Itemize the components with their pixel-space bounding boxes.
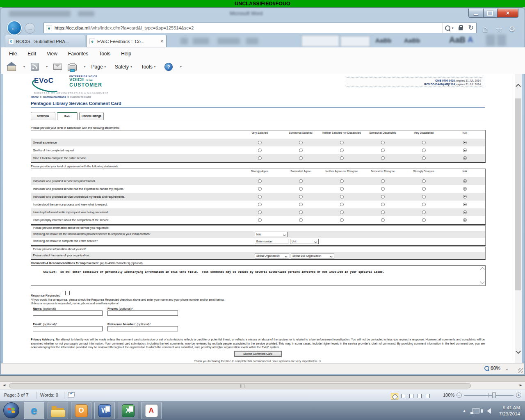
command-item[interactable]: Tools▾ xyxy=(141,64,156,70)
radio-button[interactable] xyxy=(381,156,385,160)
radio-button[interactable] xyxy=(340,187,344,191)
radio-cell[interactable] xyxy=(362,210,403,214)
zoom-out-button[interactable]: − xyxy=(457,393,462,398)
radio-cell[interactable] xyxy=(403,187,444,191)
radio-button[interactable] xyxy=(381,179,385,183)
word-page-indicator[interactable]: Page: 3 of 7 xyxy=(4,393,28,397)
home-toolbar-icon[interactable] xyxy=(7,65,16,71)
radio-cell[interactable] xyxy=(362,218,403,222)
home-icon[interactable]: ⌂ xyxy=(482,24,488,34)
chevron-down-icon[interactable]: ▾ xyxy=(180,65,182,68)
scroll-up-icon[interactable] xyxy=(516,84,521,89)
radio-button[interactable] xyxy=(340,203,344,206)
radio-cell[interactable] xyxy=(321,148,362,152)
taskbar-clock[interactable]: 9:41 AM 7/23/2014 xyxy=(499,405,520,417)
radio-cell[interactable] xyxy=(403,203,444,206)
scroll-up-icon[interactable] xyxy=(480,267,484,272)
radio-cell[interactable] xyxy=(403,148,444,152)
radio-button[interactable] xyxy=(340,218,344,222)
radio-button-selected[interactable] xyxy=(463,218,467,222)
menu-item[interactable]: Help xyxy=(121,51,131,57)
radio-cell[interactable] xyxy=(444,141,485,144)
radio-cell[interactable] xyxy=(444,210,485,214)
tab-review-ratings[interactable]: Review Ratings xyxy=(79,112,104,120)
radio-cell[interactable] xyxy=(444,218,485,222)
radio-cell[interactable] xyxy=(362,203,403,206)
taskbar-internet-explorer[interactable]: e xyxy=(24,402,44,419)
zoom-control[interactable]: 60% xyxy=(484,365,500,371)
taskbar-word[interactable]: W xyxy=(94,402,115,419)
radio-button-selected[interactable] xyxy=(463,148,467,152)
read-mail-icon[interactable] xyxy=(53,64,62,70)
sub-organization-select[interactable]: Select Sub-Organization xyxy=(291,253,334,258)
response-requested-checkbox[interactable] xyxy=(65,291,70,295)
help-icon[interactable]: ? xyxy=(164,63,173,71)
print-layout-view-button[interactable] xyxy=(391,393,398,399)
maximize-button[interactable] xyxy=(483,9,497,18)
forward-button[interactable]: → xyxy=(25,23,35,34)
radio-button[interactable] xyxy=(299,187,303,191)
radio-button[interactable] xyxy=(299,210,303,214)
radio-cell[interactable] xyxy=(239,148,280,152)
resize-grip[interactable] xyxy=(518,368,523,373)
zoom-dropdown-icon[interactable]: ▾ xyxy=(506,368,508,371)
radio-button-selected[interactable] xyxy=(463,187,467,191)
word-word-count[interactable]: Words: 0 xyxy=(40,393,58,397)
radio-button[interactable] xyxy=(340,156,344,160)
radio-button[interactable] xyxy=(340,210,344,214)
taskbar-excel[interactable]: X xyxy=(118,402,138,419)
radio-button[interactable] xyxy=(381,187,385,191)
radio-button[interactable] xyxy=(299,203,303,206)
zoom-in-button[interactable]: + xyxy=(516,393,521,398)
radio-button[interactable] xyxy=(299,218,303,222)
radio-button[interactable] xyxy=(258,195,262,199)
organization-select[interactable]: Select Organization xyxy=(255,253,289,258)
tab-overview[interactable]: Overview xyxy=(31,112,55,120)
radio-cell[interactable] xyxy=(239,141,280,144)
chevron-down-icon[interactable]: ▾ xyxy=(46,65,48,68)
browser-tab-rocis[interactable]: e ROCIS - Submitted PRA... xyxy=(5,35,85,47)
radio-cell[interactable] xyxy=(280,210,321,214)
taskbar-outlook[interactable]: O xyxy=(71,402,91,419)
rss-feed-icon[interactable] xyxy=(31,63,39,71)
radio-button[interactable] xyxy=(299,179,303,183)
radio-cell[interactable] xyxy=(444,187,485,191)
comments-textarea[interactable]: CAUTION: Do NOT enter sensitive or perso… xyxy=(31,265,486,286)
radio-button[interactable] xyxy=(258,187,262,191)
radio-cell[interactable] xyxy=(362,187,403,191)
radio-cell[interactable] xyxy=(239,218,280,222)
refresh-icon[interactable]: ↻ xyxy=(468,25,474,31)
word-zoom-level[interactable]: 100% xyxy=(443,393,454,397)
taskbar-file-explorer[interactable] xyxy=(48,402,68,419)
volume-icon[interactable] xyxy=(487,408,491,414)
network-icon[interactable] xyxy=(472,408,479,413)
radio-cell[interactable] xyxy=(403,218,444,222)
radio-cell[interactable] xyxy=(280,156,321,160)
menu-item[interactable]: File xyxy=(9,51,17,57)
zoom-slider-thumb[interactable] xyxy=(492,392,496,398)
command-item[interactable]: Safety▾ xyxy=(115,64,132,70)
radio-cell[interactable] xyxy=(403,195,444,199)
radio-button[interactable] xyxy=(299,156,303,160)
tab-rate[interactable]: Rate xyxy=(57,112,78,120)
radio-button[interactable] xyxy=(258,179,262,183)
radio-button[interactable] xyxy=(422,203,426,206)
radio-button[interactable] xyxy=(299,195,303,199)
radio-cell[interactable] xyxy=(239,203,280,206)
zoom-slider-track[interactable] xyxy=(464,395,514,396)
scroll-right-icon[interactable]: ► xyxy=(519,383,523,387)
radio-button[interactable] xyxy=(340,141,344,144)
radio-cell[interactable] xyxy=(362,141,403,144)
radio-cell[interactable] xyxy=(321,218,362,222)
search-icon[interactable] xyxy=(445,25,450,31)
web-layout-view-button[interactable] xyxy=(407,392,415,399)
radio-button[interactable] xyxy=(299,148,303,152)
hidden-icons-arrow[interactable]: ▲ xyxy=(463,409,466,413)
menu-item[interactable]: Favorites xyxy=(68,51,88,57)
minimize-button[interactable] xyxy=(468,9,483,18)
radio-button[interactable] xyxy=(340,195,344,199)
taskbar-acrobat[interactable]: A xyxy=(141,402,162,419)
radio-cell[interactable] xyxy=(280,187,321,191)
radio-button[interactable] xyxy=(381,195,385,199)
radio-cell[interactable] xyxy=(403,210,444,214)
